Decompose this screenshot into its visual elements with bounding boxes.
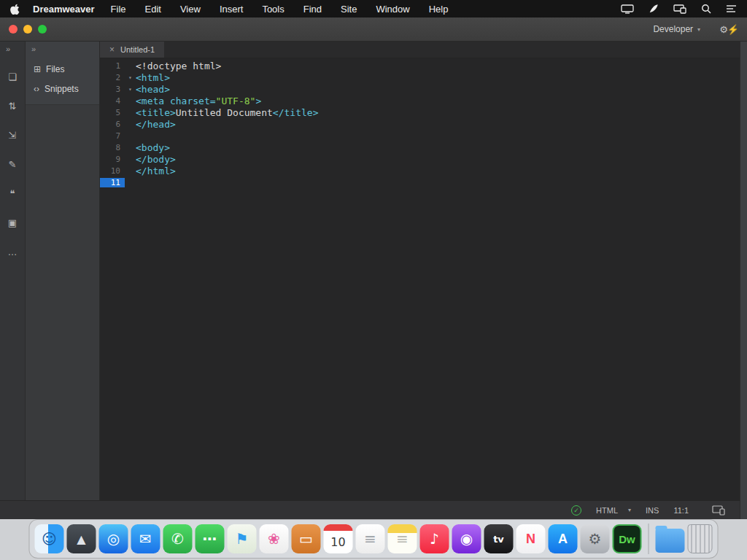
- system-preferences-dock-icon[interactable]: ⚙: [581, 524, 610, 553]
- close-window-button[interactable]: [9, 25, 18, 34]
- document-icon[interactable]: ❏: [8, 71, 17, 82]
- menu-site[interactable]: Site: [341, 4, 357, 15]
- code-editor[interactable]: 1<!doctype html>2▾<html>3▾<head>4<meta c…: [100, 58, 747, 500]
- sidebar: » ⊞Files‹›Snippets: [26, 42, 100, 500]
- safari-dock-icon[interactable]: ◎: [99, 524, 128, 553]
- zoom-window-button[interactable]: [38, 25, 47, 34]
- dreamweaver-window: Developer ▾ ⚙⚡ » ❏⇅⇲✎❝▣… » ⊞Files‹›Snipp…: [0, 18, 747, 519]
- messages-dock-icon[interactable]: ⋯: [196, 524, 225, 553]
- fold-toggle-icon[interactable]: ▾: [125, 74, 136, 81]
- code-line-7[interactable]: 7: [100, 130, 747, 141]
- code-text: <title>Untitled Document</title>: [136, 107, 318, 118]
- menu-tools[interactable]: Tools: [262, 4, 284, 15]
- finder-dock-icon[interactable]: ☺: [35, 524, 64, 553]
- code-line-11[interactable]: 11: [100, 176, 747, 188]
- code-line-9[interactable]: 9</body>: [100, 153, 747, 165]
- code-line-1[interactable]: 1<!doctype html>: [100, 60, 747, 71]
- code-line-8[interactable]: 8<body>: [100, 141, 747, 153]
- notes-dock-icon[interactable]: ≡: [388, 524, 417, 553]
- reminders-glyph: ≡: [364, 530, 376, 548]
- tab-title: Untitled-1: [120, 45, 155, 54]
- facetime-glyph: ✆: [171, 530, 184, 548]
- trash-dock-icon[interactable]: [688, 524, 713, 553]
- photos-dock-icon[interactable]: ❀: [260, 524, 289, 553]
- calendar-dock-icon[interactable]: 10: [324, 524, 353, 553]
- menu-help[interactable]: Help: [429, 4, 449, 15]
- scrollbar-track[interactable]: [740, 42, 747, 519]
- books-dock-icon[interactable]: ▭: [292, 524, 321, 553]
- code-line-2[interactable]: 2▾<html>: [100, 71, 747, 83]
- line-number: 9: [100, 155, 125, 164]
- workspace-switcher[interactable]: Developer ▾: [653, 24, 700, 34]
- titlebar[interactable]: Developer ▾ ⚙⚡: [0, 18, 747, 42]
- maps-dock-icon[interactable]: ⚑: [228, 524, 257, 553]
- code-text: </body>: [136, 154, 176, 165]
- expand-panels-icon[interactable]: ⇲: [9, 130, 17, 141]
- code-line-10[interactable]: 10</html>: [100, 165, 747, 176]
- panel-empty-area: [26, 104, 99, 500]
- rail-collapse-icon[interactable]: »: [0, 44, 10, 53]
- snippets-rail-icon[interactable]: ▣: [8, 217, 17, 228]
- menu-window[interactable]: Window: [376, 4, 409, 15]
- sidebar-item-snippets[interactable]: ‹›Snippets: [26, 79, 99, 98]
- code-text: </head>: [136, 119, 176, 130]
- sidecar-icon[interactable]: [673, 4, 686, 14]
- mail-dock-icon[interactable]: ✉: [131, 524, 160, 553]
- more-options-icon[interactable]: …: [8, 246, 18, 257]
- comments-icon[interactable]: ❝: [10, 188, 15, 199]
- sync-settings-icon[interactable]: ⚙⚡: [719, 24, 738, 35]
- menu-file[interactable]: File: [111, 4, 126, 15]
- mail-glyph: ✉: [139, 530, 152, 548]
- line-number: 6: [100, 120, 125, 129]
- spotlight-search-icon[interactable]: [701, 4, 711, 14]
- workspace-label: Developer: [653, 24, 693, 34]
- reminders-dock-icon[interactable]: ≡: [356, 524, 385, 553]
- statusbar: ✓ HTML ▾ INS 11:1: [0, 500, 747, 519]
- code-text: <html>: [136, 72, 170, 83]
- code-line-6[interactable]: 6</head>: [100, 118, 747, 130]
- insert-mode-indicator: INS: [646, 506, 659, 515]
- code-line-4[interactable]: 4<meta charset="UTF-8">: [100, 95, 747, 106]
- style-brush-icon[interactable]: ✎: [9, 159, 17, 170]
- menu-insert[interactable]: Insert: [220, 4, 244, 15]
- feather-icon[interactable]: [649, 4, 659, 14]
- apple-menu[interactable]: [10, 4, 20, 15]
- language-label: HTML: [596, 506, 618, 515]
- document-tab[interactable]: × Untitled-1: [100, 42, 164, 58]
- toolbar-rail: » ❏⇅⇲✎❝▣…: [0, 42, 26, 500]
- lint-ok-icon: ✓: [571, 505, 581, 516]
- tv-dock-icon[interactable]: tv: [484, 524, 514, 553]
- sort-icon[interactable]: ⇅: [9, 101, 17, 112]
- menu-find[interactable]: Find: [303, 4, 322, 15]
- sidebar-item-label: Files: [46, 64, 64, 74]
- display-icon[interactable]: [621, 4, 634, 14]
- language-selector[interactable]: HTML ▾: [596, 506, 631, 515]
- menu-edit[interactable]: Edit: [145, 4, 161, 15]
- notification-list-icon[interactable]: [726, 4, 737, 13]
- code-text: <!doctype html>: [136, 61, 221, 71]
- safari-glyph: ◎: [107, 530, 120, 548]
- code-line-3[interactable]: 3▾<head>: [100, 83, 747, 95]
- active-app-name[interactable]: Dreamweaver: [33, 4, 95, 15]
- music-dock-icon[interactable]: ♪: [420, 524, 449, 553]
- podcasts-dock-icon[interactable]: ◉: [452, 524, 481, 553]
- dreamweaver-dock-icon[interactable]: Dw: [613, 524, 642, 553]
- panel-collapse-icon[interactable]: »: [26, 42, 99, 59]
- facetime-dock-icon[interactable]: ✆: [163, 524, 193, 553]
- downloads-folder-dock-icon[interactable]: [656, 529, 685, 553]
- dock: ☺▲◎✉✆⋯⚑❀▭10≡≡♪◉tvNA⚙Dw: [29, 519, 719, 559]
- code-line-5[interactable]: 5<title>Untitled Document</title>: [100, 106, 747, 118]
- launchpad-glyph: ▲: [77, 532, 85, 546]
- news-dock-icon[interactable]: N: [516, 524, 546, 553]
- fold-toggle-icon[interactable]: ▾: [125, 86, 136, 93]
- tab-close-icon[interactable]: ×: [109, 44, 115, 55]
- device-preview-icon[interactable]: [712, 505, 725, 516]
- apple-icon: [10, 4, 20, 15]
- photos-glyph: ❀: [268, 530, 280, 548]
- minimize-window-button[interactable]: [23, 25, 32, 34]
- launchpad-dock-icon[interactable]: ▲: [67, 524, 96, 553]
- sidebar-item-files[interactable]: ⊞Files: [26, 59, 99, 79]
- menu-view[interactable]: View: [180, 4, 201, 15]
- line-number: 3: [100, 85, 125, 94]
- app-store-dock-icon[interactable]: A: [549, 524, 578, 553]
